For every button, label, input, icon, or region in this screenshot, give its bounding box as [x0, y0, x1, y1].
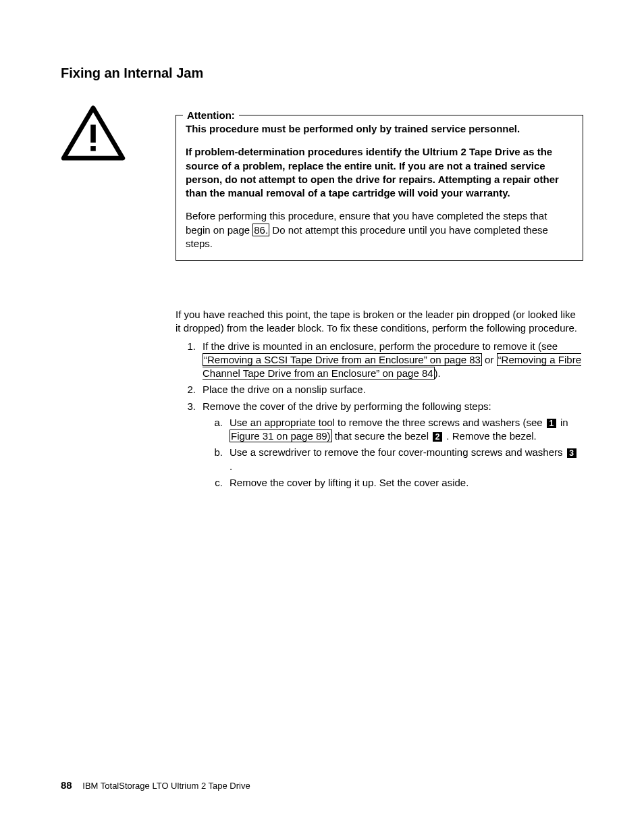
attention-p3: Before performing this procedure, ensure… — [186, 209, 573, 251]
caution-icon — [61, 151, 126, 163]
step-3: 3. Remove the cover of the drive by perf… — [176, 400, 583, 493]
page-number: 88 — [61, 779, 72, 791]
procedure-list: 1. If the drive is mounted in an enclosu… — [176, 340, 583, 493]
step-2: 2. Place the drive on a nonslip surface. — [176, 383, 583, 396]
attention-box: Attention: This procedure must be perfor… — [176, 115, 583, 261]
callout-3: 3 — [567, 448, 576, 458]
callout-1: 1 — [547, 419, 556, 428]
intro-paragraph: If you have reached this point, the tape… — [176, 308, 583, 336]
svg-rect-1 — [90, 125, 96, 143]
attention-legend: Attention: — [183, 109, 239, 122]
step-3b: b. Use a screwdriver to remove the four … — [203, 446, 583, 473]
page-ref-86[interactable]: 86. — [252, 224, 269, 236]
attention-p1: This procedure must be performed only by… — [186, 122, 573, 136]
callout-2: 2 — [433, 432, 442, 442]
svg-rect-2 — [90, 146, 96, 151]
page-footer: 88 IBM TotalStorage LTO Ultrium 2 Tape D… — [61, 779, 250, 792]
section-title: Fixing an Internal Jam — [61, 64, 583, 82]
xref-scsi-remove[interactable]: “Removing a SCSI Tape Drive from an Encl… — [203, 353, 482, 366]
xref-figure-31[interactable]: Figure 31 on page 89) — [230, 429, 332, 442]
step-1: 1. If the drive is mounted in an enclosu… — [176, 340, 583, 381]
attention-p2: If problem-determination procedures iden… — [186, 145, 573, 200]
step-3a: a. Use an appropriate tool to remove the… — [203, 416, 583, 444]
doc-title-footer: IBM TotalStorage LTO Ultrium 2 Tape Driv… — [82, 781, 250, 791]
step-3c: c. Remove the cover by lifting it up. Se… — [203, 476, 583, 490]
substeps-list: a. Use an appropriate tool to remove the… — [203, 416, 583, 490]
